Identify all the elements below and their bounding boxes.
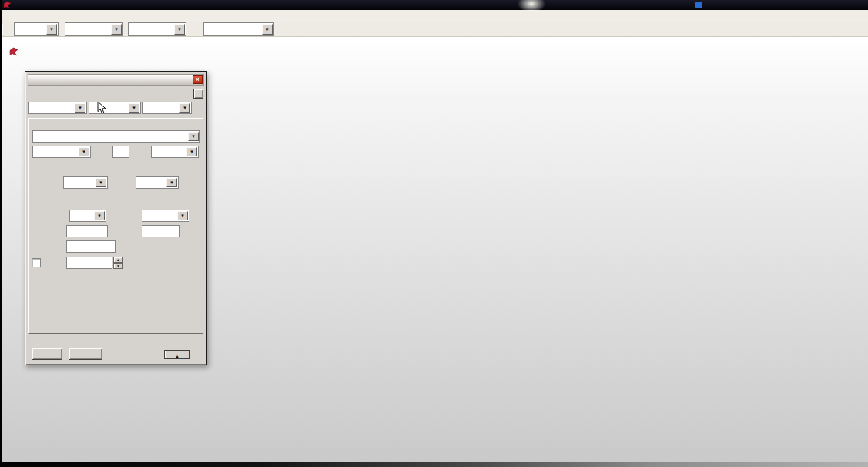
- toolbar: [0, 22, 868, 37]
- plot-button[interactable]: [32, 348, 62, 360]
- spinner-down-icon[interactable]: [113, 263, 123, 269]
- spinner-up-icon[interactable]: [113, 257, 123, 263]
- solution-name-combo[interactable]: [32, 146, 91, 158]
- chevron-down-icon[interactable]: [186, 147, 197, 156]
- reference-dropdown[interactable]: [128, 22, 186, 36]
- menu-bar: [0, 10, 868, 22]
- chevron-down-icon[interactable]: [177, 211, 188, 220]
- chevron-down-icon[interactable]: [188, 132, 199, 141]
- screen-bottom-edge: [0, 462, 868, 467]
- selection-method-combo[interactable]: [142, 102, 192, 114]
- chevron-down-icon[interactable]: [96, 178, 106, 187]
- run-input[interactable]: [112, 146, 129, 158]
- system-combo[interactable]: [142, 210, 189, 222]
- dialog-body: [25, 72, 206, 365]
- solution-record-combo[interactable]: [32, 130, 200, 143]
- scale-spinner: [113, 257, 123, 269]
- plot-type-combo[interactable]: [151, 146, 199, 158]
- results-dialog: [25, 71, 207, 365]
- scale-checkbox[interactable]: [32, 258, 41, 267]
- chevron-down-icon[interactable]: [129, 103, 139, 113]
- discipline-dropdown[interactable]: [65, 22, 123, 36]
- zplane-input[interactable]: [66, 240, 116, 253]
- close-icon[interactable]: [193, 75, 203, 84]
- plot-input-panel: [28, 118, 203, 334]
- view-combo[interactable]: [136, 176, 179, 189]
- chevron-down-icon[interactable]: [179, 103, 190, 113]
- toolbar-grip[interactable]: [2, 24, 5, 35]
- select-mode-combo[interactable]: [28, 102, 87, 114]
- window-titlebar[interactable]: [0, 0, 868, 10]
- screen-left-edge: [0, 0, 2, 467]
- solution-record-value: [33, 131, 199, 132]
- functions-combo[interactable]: [69, 210, 106, 222]
- midsides-input[interactable]: [66, 225, 108, 237]
- chevron-down-icon[interactable]: [75, 103, 85, 113]
- chevron-down-icon[interactable]: [174, 24, 185, 35]
- titlebar-indicator-icon: [695, 2, 702, 8]
- dimension-dropdown[interactable]: [14, 22, 59, 36]
- objects-dropdown[interactable]: [203, 22, 274, 36]
- collapse-panel-button[interactable]: [164, 350, 190, 359]
- scale-input[interactable]: [66, 257, 112, 269]
- chevron-down-icon[interactable]: [94, 211, 105, 220]
- chevron-down-icon[interactable]: [262, 24, 273, 35]
- chevron-down-icon[interactable]: [79, 147, 89, 156]
- mouse-cursor: [97, 101, 106, 116]
- chevron-down-icon[interactable]: [46, 24, 57, 35]
- chevron-down-icon[interactable]: [166, 178, 177, 187]
- format-input[interactable]: [142, 225, 180, 237]
- cancel-button[interactable]: [69, 348, 102, 360]
- chevron-down-icon[interactable]: [111, 24, 122, 35]
- application-window: [0, 0, 868, 467]
- shape-combo[interactable]: [63, 176, 108, 189]
